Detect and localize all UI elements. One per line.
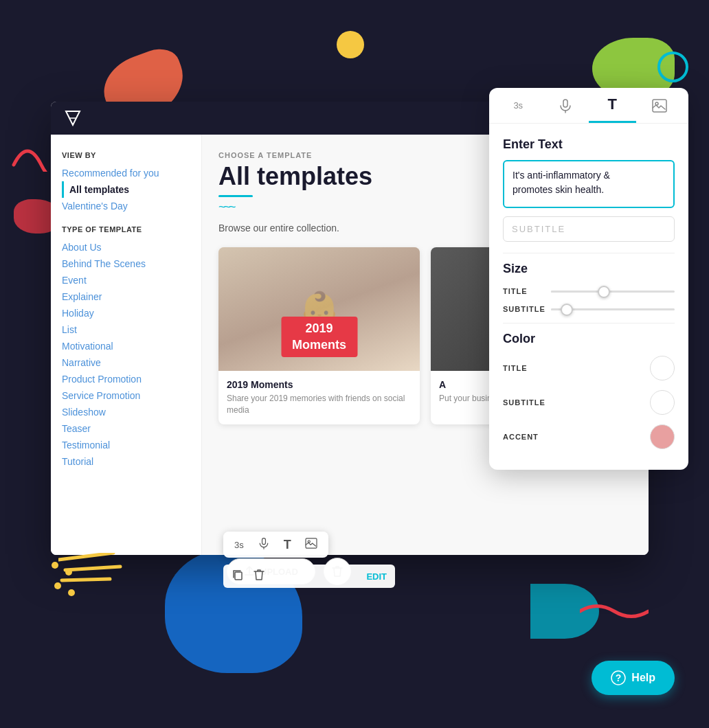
sidebar-item-teaser[interactable]: Teaser [62, 420, 190, 437]
view-by-label: VIEW BY [62, 151, 190, 159]
svg-line-0 [58, 553, 113, 560]
color-label: Color [503, 332, 675, 346]
toolbar-image-icon[interactable] [305, 538, 317, 551]
help-icon: ? [611, 670, 626, 685]
svg-line-2 [62, 579, 110, 580]
edit-button[interactable]: EDIT [366, 571, 387, 582]
accent-color-swatch[interactable] [650, 424, 675, 449]
title-color-label: TITLE [503, 364, 528, 372]
title-underline [218, 195, 253, 197]
enter-text-label: Enter Text [503, 137, 675, 152]
text-tab-icon: T [608, 95, 617, 113]
sidebar: VIEW BY Recommended for you All template… [51, 135, 202, 555]
sidebar-item-narrative[interactable]: Narrative [62, 354, 190, 371]
app-logo [62, 107, 84, 129]
toolbar-mic-icon[interactable] [258, 537, 270, 552]
size-label: Size [503, 262, 675, 276]
deco-red-stroke [580, 601, 649, 622]
type-of-template-label: TYPE OF TEMPLATE [62, 225, 190, 234]
sidebar-item-explainer[interactable]: Explainer [62, 288, 190, 305]
sidebar-item-testimonial[interactable]: Testimonial [62, 437, 190, 453]
help-button[interactable]: ? Help [592, 661, 675, 695]
sidebar-item-all-templates[interactable]: All templates [62, 181, 190, 198]
title-color-row: TITLE [503, 356, 675, 380]
help-label: Help [631, 672, 655, 684]
subtitle-size-label: SUBTITLE [503, 305, 551, 313]
sidebar-item-motivational[interactable]: Motivational [62, 338, 190, 354]
sidebar-item-list[interactable]: List [62, 321, 190, 338]
accent-color-label: ACCENT [503, 433, 539, 441]
svg-line-1 [65, 567, 120, 570]
timer-label: 3s [513, 100, 523, 111]
sidebar-item-event[interactable]: Event [62, 272, 190, 288]
panel-tab-timer[interactable]: 3s [495, 88, 542, 123]
deco-yellow-dot [337, 31, 364, 58]
accent-color-row: ACCENT [503, 424, 675, 449]
sidebar-item-valentines[interactable]: Valentine's Day [62, 198, 190, 214]
deco-red-squiggle [0, 130, 55, 172]
panel-tab-text[interactable]: T [589, 88, 636, 123]
deco-teal-circle [657, 52, 688, 82]
svg-rect-5 [563, 100, 567, 107]
subtitle-color-swatch[interactable] [650, 390, 675, 415]
subtitle-size-slider[interactable] [551, 308, 675, 310]
sidebar-item-service-promo[interactable]: Service Promotion [62, 387, 190, 404]
sidebar-item-recommended[interactable]: Recommended for you [62, 165, 190, 181]
title-size-row: TITLE [503, 287, 675, 295]
template-card-2019-moments[interactable]: 👶 2019 Moments 2019 Moments Share your 2… [218, 247, 420, 424]
subtitle-color-label: SUBTITLE [503, 398, 545, 407]
title-color-swatch[interactable] [650, 356, 675, 380]
template-card-image-moments: 👶 2019 Moments [218, 247, 420, 371]
panel-tab-image[interactable] [636, 88, 684, 123]
subtitle-color-row: SUBTITLE [503, 390, 675, 415]
toolbar-text-icon[interactable]: T [284, 538, 291, 552]
card-bottom-toolbar: 3s T [223, 532, 328, 558]
deco-yellow-streaks [58, 553, 127, 594]
mic-icon [558, 98, 573, 113]
delete-icon[interactable] [254, 569, 265, 584]
panel-tabs: 3s T [489, 88, 688, 124]
svg-text:?: ? [616, 672, 622, 683]
svg-rect-13 [235, 572, 242, 580]
image-icon [652, 99, 667, 113]
panel-body: Enter Text It's anti-inflammatory &promo… [489, 124, 688, 470]
text-panel: 3s T Enter Text It's anti-inflammatory &… [489, 88, 688, 470]
main-text-input[interactable]: It's anti-inflammatory &promotes skin he… [503, 160, 675, 208]
divider-1 [503, 253, 675, 253]
title-size-label: TITLE [503, 287, 551, 295]
sidebar-item-slideshow[interactable]: Slideshow [62, 404, 190, 420]
sidebar-item-holiday[interactable]: Holiday [62, 305, 190, 321]
sidebar-item-behind-scenes[interactable]: Behind The Scenes [62, 255, 190, 272]
moments-badge: 2019 Moments [281, 317, 357, 357]
svg-point-16 [52, 562, 58, 569]
title-size-slider[interactable] [551, 291, 675, 293]
subtitle-size-row: SUBTITLE [503, 305, 675, 313]
sidebar-item-about-us[interactable]: About Us [62, 239, 190, 255]
template-card-title-moments: 2019 Moments [227, 379, 412, 390]
subtitle-input[interactable]: SUBTITLE [503, 216, 675, 242]
toolbar-timer: 3s [234, 540, 244, 550]
template-card-info-moments: 2019 Moments Share your 2019 memories wi… [218, 371, 420, 424]
sidebar-item-tutorial[interactable]: Tutorial [62, 453, 190, 470]
edit-bar: EDIT [223, 565, 395, 588]
edit-icons-group [232, 569, 265, 584]
divider-2 [503, 323, 675, 323]
copy-icon[interactable] [232, 569, 244, 584]
template-card-desc-moments: Share your 2019 memories with friends on… [227, 393, 412, 416]
sidebar-item-product-promo[interactable]: Product Promotion [62, 371, 190, 387]
panel-tab-mic[interactable] [542, 88, 589, 123]
svg-rect-9 [262, 538, 265, 545]
